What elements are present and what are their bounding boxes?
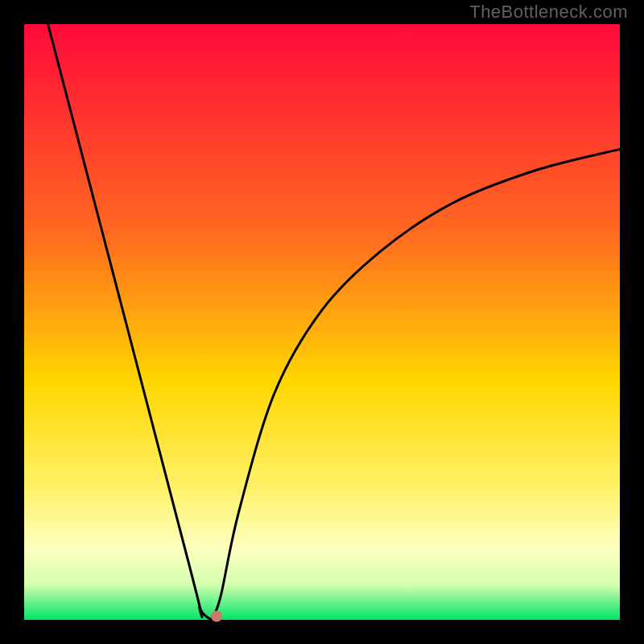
bottleneck-chart <box>0 0 644 644</box>
chart-stage: TheBottleneck.com <box>0 0 644 644</box>
gradient-background <box>24 24 620 620</box>
watermark-text: TheBottleneck.com <box>469 2 628 23</box>
optimum-marker-dot <box>211 611 222 622</box>
